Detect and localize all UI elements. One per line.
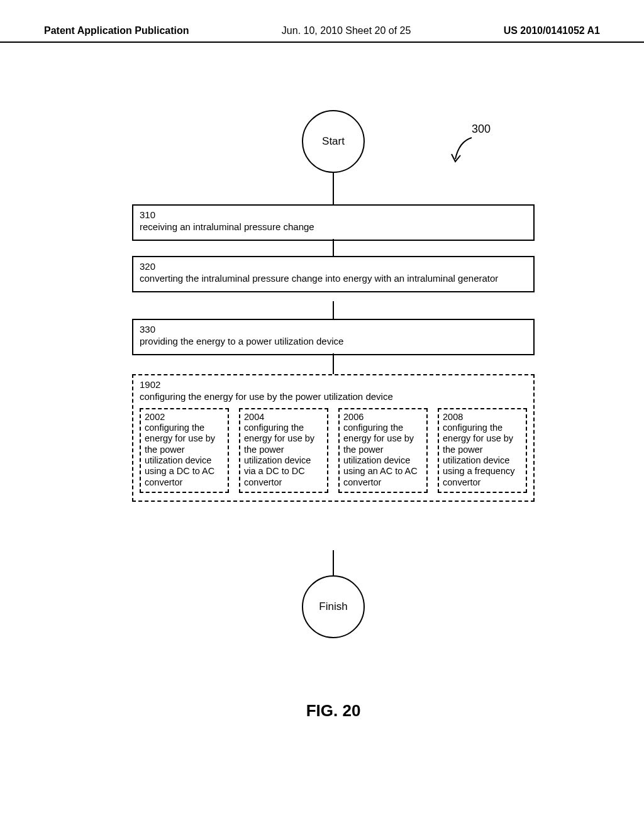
step-num: 320 bbox=[140, 261, 527, 273]
start-node: Start bbox=[302, 110, 365, 173]
step-1902: 1902 configuring the energy for use by t… bbox=[132, 374, 535, 502]
step-2006: 2006 configuring the energy for use by t… bbox=[338, 408, 428, 494]
step-num: 2008 bbox=[443, 412, 522, 423]
step-num: 1902 bbox=[140, 379, 527, 391]
step-2008: 2008 configuring the energy for use by t… bbox=[438, 408, 527, 494]
step-num: 330 bbox=[140, 324, 527, 336]
step-num: 2002 bbox=[145, 412, 224, 423]
header-center: Jun. 10, 2010 Sheet 20 of 25 bbox=[282, 25, 411, 36]
start-label: Start bbox=[322, 135, 345, 148]
finish-label: Finish bbox=[319, 600, 347, 613]
step-320: 320 converting the intraluminal pressure… bbox=[132, 256, 535, 292]
ref-label-300: 300 bbox=[472, 123, 491, 136]
step-text: configuring the energy for use by the po… bbox=[443, 423, 522, 488]
step-text: receiving an intraluminal pressure chang… bbox=[140, 221, 527, 233]
step-num: 310 bbox=[140, 209, 527, 221]
header-right: US 2010/0141052 A1 bbox=[504, 25, 600, 36]
connector bbox=[333, 173, 334, 204]
step-num: 2004 bbox=[244, 412, 323, 423]
step-310: 310 receiving an intraluminal pressure c… bbox=[132, 204, 535, 241]
connector bbox=[333, 550, 334, 575]
substeps-row: 2002 configuring the energy for use by t… bbox=[140, 408, 527, 494]
step-2002: 2002 configuring the energy for use by t… bbox=[140, 408, 229, 494]
step-text: converting the intraluminal pressure cha… bbox=[140, 273, 527, 285]
figure-caption: FIG. 20 bbox=[306, 701, 361, 721]
step-num: 2006 bbox=[343, 412, 423, 423]
step-text: configuring the energy for use by the po… bbox=[343, 423, 423, 488]
header-left: Patent Application Publication bbox=[44, 25, 189, 36]
connector bbox=[333, 239, 334, 256]
step-text: configuring the energy for use by the po… bbox=[244, 423, 323, 488]
step-2004: 2004 configuring the energy for use by t… bbox=[239, 408, 328, 494]
connector bbox=[333, 301, 334, 319]
step-text: configuring the energy for use by the po… bbox=[145, 423, 224, 488]
finish-node: Finish bbox=[302, 575, 365, 638]
connector bbox=[333, 353, 334, 374]
page-header: Patent Application Publication Jun. 10, … bbox=[0, 0, 644, 43]
step-text: providing the energy to a power utilizat… bbox=[140, 336, 527, 348]
step-text: configuring the energy for use by the po… bbox=[140, 391, 527, 403]
step-330: 330 providing the energy to a power util… bbox=[132, 319, 535, 355]
ref-arrow-icon bbox=[447, 136, 478, 168]
